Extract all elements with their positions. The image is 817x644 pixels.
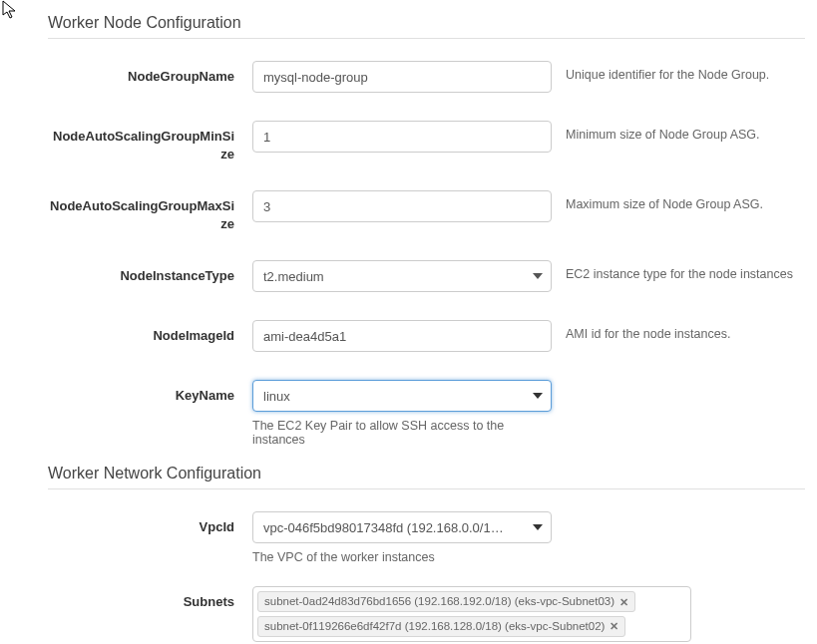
asg-max-input[interactable] bbox=[252, 190, 552, 222]
close-icon[interactable]: ✕ bbox=[619, 595, 628, 609]
subnet-tag: subnet-0f119266e6df42f7d (192.168.128.0/… bbox=[257, 616, 625, 637]
subnets-multiselect[interactable]: subnet-0ad24d83d76bd1656 (192.168.192.0/… bbox=[252, 586, 691, 642]
label-key-name: KeyName bbox=[48, 380, 252, 405]
chevron-down-icon bbox=[533, 273, 543, 279]
label-image-id: NodeImageId bbox=[48, 320, 252, 345]
close-icon[interactable]: ✕ bbox=[610, 619, 618, 633]
label-asg-min: NodeAutoScalingGroupMinSize bbox=[48, 121, 252, 162]
subnet-tag-label: subnet-0f119266e6df42f7d (192.168.128.0/… bbox=[264, 619, 605, 634]
help-vpc-id: The VPC of the worker instances bbox=[252, 550, 552, 564]
chevron-down-icon bbox=[533, 524, 543, 530]
mouse-cursor-icon bbox=[2, 0, 20, 20]
help-key-name: The EC2 Key Pair to allow SSH access to … bbox=[252, 419, 552, 447]
desc-image-id: AMI id for the node instances. bbox=[552, 320, 805, 341]
instance-type-value: t2.medium bbox=[263, 269, 324, 284]
section-heading-worker-network: Worker Network Configuration bbox=[48, 465, 805, 489]
subnet-tag: subnet-0ad24d83d76bd1656 (192.168.192.0/… bbox=[257, 591, 635, 612]
desc-asg-max: Maximum size of Node Group ASG. bbox=[552, 190, 805, 211]
key-name-value: linux bbox=[263, 389, 290, 404]
key-name-select[interactable]: linux bbox=[252, 380, 552, 412]
label-asg-max: NodeAutoScalingGroupMaxSize bbox=[48, 190, 252, 232]
label-subnets: Subnets bbox=[48, 586, 252, 611]
desc-instance-type: EC2 instance type for the node instances bbox=[552, 260, 805, 281]
node-group-name-input[interactable] bbox=[252, 61, 552, 93]
desc-asg-min: Minimum size of Node Group ASG. bbox=[552, 121, 805, 142]
instance-type-select[interactable]: t2.medium bbox=[252, 260, 552, 292]
label-instance-type: NodeInstanceType bbox=[48, 260, 252, 285]
label-vpc-id: VpcId bbox=[48, 511, 252, 536]
asg-min-input[interactable] bbox=[252, 121, 552, 153]
desc-node-group-name: Unique identifier for the Node Group. bbox=[552, 61, 805, 82]
subnet-tag-label: subnet-0ad24d83d76bd1656 (192.168.192.0/… bbox=[264, 594, 614, 609]
image-id-input[interactable] bbox=[252, 320, 552, 352]
vpc-id-value: vpc-046f5bd98017348fd (192.168.0.0/1… bbox=[263, 520, 504, 535]
label-node-group-name: NodeGroupName bbox=[48, 61, 252, 86]
section-heading-worker-node: Worker Node Configuration bbox=[48, 14, 805, 39]
chevron-down-icon bbox=[533, 393, 543, 399]
vpc-id-select[interactable]: vpc-046f5bd98017348fd (192.168.0.0/1… bbox=[252, 511, 552, 543]
